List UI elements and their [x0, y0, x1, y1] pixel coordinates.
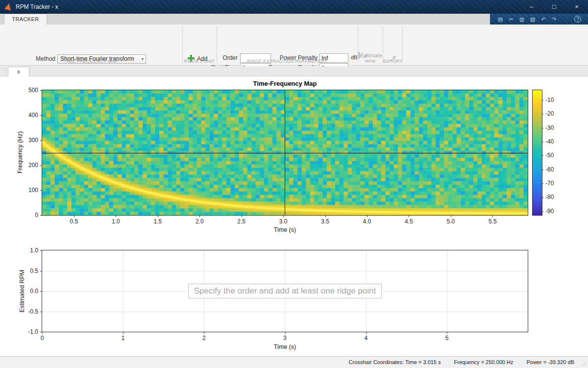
y-tick-label: -1.0	[28, 328, 38, 335]
section-export: EXPORT	[383, 59, 403, 64]
colorbar-tick-mark	[542, 114, 543, 114]
colorbar-tick-mark	[542, 142, 543, 142]
y-tick-mark	[40, 332, 42, 332]
paste-icon[interactable]: ▧	[528, 15, 537, 23]
toolbar: Method Short-time Fourier transform ▾ Fr…	[0, 25, 588, 66]
x-tick-label: 0.5	[70, 218, 78, 225]
crosshair-power-text: Power = -39.320 dB	[526, 359, 574, 365]
tf-x-axis-label: Time (s)	[42, 226, 528, 233]
x-tick-mark	[158, 215, 158, 217]
window-title: RPM Tracker - x	[16, 0, 58, 14]
x-tick-label: 0	[41, 335, 44, 342]
colorbar-tick-label: -40	[545, 138, 554, 145]
document-tabbar: ⋮ x	[0, 66, 588, 76]
x-tick-label: 3.5	[321, 218, 329, 225]
x-tick-label: 3.0	[279, 218, 288, 225]
y-tick-mark	[40, 165, 42, 166]
y-tick-label: 500	[28, 87, 38, 94]
section-divider	[402, 26, 403, 63]
colorbar-tick-mark	[542, 170, 543, 170]
redo-icon[interactable]: ↷	[550, 15, 559, 23]
colorbar-tick-mark	[542, 155, 543, 156]
colorbar-tick-label: -80	[545, 194, 554, 200]
x-tick-label: 3	[283, 335, 287, 342]
x-tick-label: 5.5	[489, 218, 497, 225]
y-tick-label: 0.0	[30, 288, 38, 294]
crosshair-coordinates: Crosshair Coordinates: Time = 3.015 s Fr…	[349, 359, 574, 365]
resize-grip[interactable]	[580, 360, 587, 367]
section-ridge-extraction-parameters: RIDGE EXTRACTION PARAMETERS	[217, 59, 358, 64]
estimate-button[interactable]: Estimate	[358, 52, 382, 58]
x-tick-label: 2.0	[196, 218, 204, 225]
x-tick-mark	[123, 332, 123, 334]
x-tick-label: 5.0	[446, 218, 455, 225]
maximize-icon[interactable]: □	[543, 0, 565, 14]
x-tick-mark	[285, 332, 286, 334]
figure-area: Time-Frequency Map Frequency (Hz) 0.51.0…	[0, 76, 588, 356]
help-icon[interactable]: ?	[574, 16, 581, 23]
y-tick-label: 300	[28, 137, 38, 144]
save-icon[interactable]: ▤	[496, 15, 505, 23]
colorbar-tick-label: -70	[545, 180, 554, 187]
undo-icon[interactable]: ↶	[539, 15, 548, 23]
crosshair-horizontal[interactable]	[42, 153, 528, 153]
colorbar-tick-label: -30	[545, 124, 554, 131]
x-tick-mark	[325, 215, 326, 217]
y-tick-label: -0.5	[28, 308, 38, 315]
rpm-plot-box: Specify the order and add at least one r…	[42, 250, 528, 332]
x-tick-label: 5	[445, 335, 449, 342]
y-tick-mark	[40, 215, 42, 216]
titlebar: RPM Tracker - x – □ ×	[0, 0, 588, 14]
y-tick-label: 400	[28, 112, 38, 119]
x-tick-mark	[492, 215, 493, 217]
document-tab-x[interactable]: x	[8, 67, 29, 76]
rpm-y-axis-label: Estimated RPM	[19, 270, 25, 313]
x-tick-label: 2.5	[237, 218, 245, 225]
x-tick-label: 1.5	[153, 218, 162, 225]
minimize-icon[interactable]: –	[520, 0, 543, 14]
x-tick-label: 2	[202, 335, 206, 342]
colorbar-tick-label: -60	[545, 166, 554, 173]
ridge-point-message: Specify the order and add at least one r…	[188, 284, 382, 298]
message-wrap: Specify the order and add at least one r…	[42, 250, 528, 332]
ribbon-tabstrip: TRACKER ▤ ✂ ▥ ▧ ↶ ↷ ?	[0, 14, 588, 25]
x-tick-mark	[42, 332, 43, 334]
x-tick-label: 4.5	[405, 218, 413, 225]
x-tick-mark	[204, 332, 204, 334]
x-tick-mark	[447, 332, 447, 334]
crosshair-frequency-text: Frequency = 250.000 Hz	[454, 359, 514, 365]
tab-tracker[interactable]: TRACKER	[4, 14, 47, 25]
crosshair-time-text: Crosshair Coordinates: Time = 3.015 s	[349, 359, 441, 365]
close-icon[interactable]: ×	[565, 0, 588, 14]
x-tick-label: 1.0	[112, 218, 120, 225]
x-tick-mark	[242, 215, 242, 217]
colorbar-tick-mark	[542, 211, 543, 212]
section-time-frequency-map: TIME-FREQUENCY MAP	[0, 59, 182, 64]
y-tick-mark	[40, 140, 42, 141]
colorbar-tick-mark	[542, 183, 543, 184]
drag-grip-icon: ⋮	[2, 67, 8, 74]
tf-y-axis-label: Frequency (Hz)	[17, 131, 24, 173]
y-tick-mark	[40, 115, 42, 116]
rpm-x-axis-label: Time (s)	[42, 343, 528, 350]
colorbar-tick-label: -50	[545, 152, 554, 159]
section-divider	[182, 26, 183, 63]
x-tick-mark	[116, 215, 116, 217]
x-tick-mark	[366, 332, 367, 334]
colorbar-tick-mark	[542, 128, 543, 128]
y-tick-mark	[40, 90, 42, 91]
cut-icon[interactable]: ✂	[507, 15, 515, 23]
x-tick-mark	[283, 215, 284, 217]
tf-plot-title: Time-Frequency Map	[42, 80, 528, 87]
colorbar-tick-label: -90	[545, 208, 554, 215]
x-tick-mark	[199, 215, 200, 217]
tf-plot-box[interactable]: 0.51.01.52.02.53.03.54.04.55.05.50100200…	[42, 90, 528, 216]
rpm-tracker-window: RPM Tracker - x – □ × TRACKER ▤ ✂ ▥ ▧ ↶ …	[0, 0, 588, 368]
y-tick-label: 0.5	[30, 268, 38, 274]
colorbar-tick-label: -20	[545, 110, 554, 117]
section-rpm: RPM	[358, 59, 383, 64]
y-tick-mark	[40, 190, 42, 191]
copy-icon[interactable]: ▥	[517, 15, 526, 23]
y-tick-label: 1.0	[30, 247, 38, 254]
y-tick-label: 200	[28, 162, 38, 169]
